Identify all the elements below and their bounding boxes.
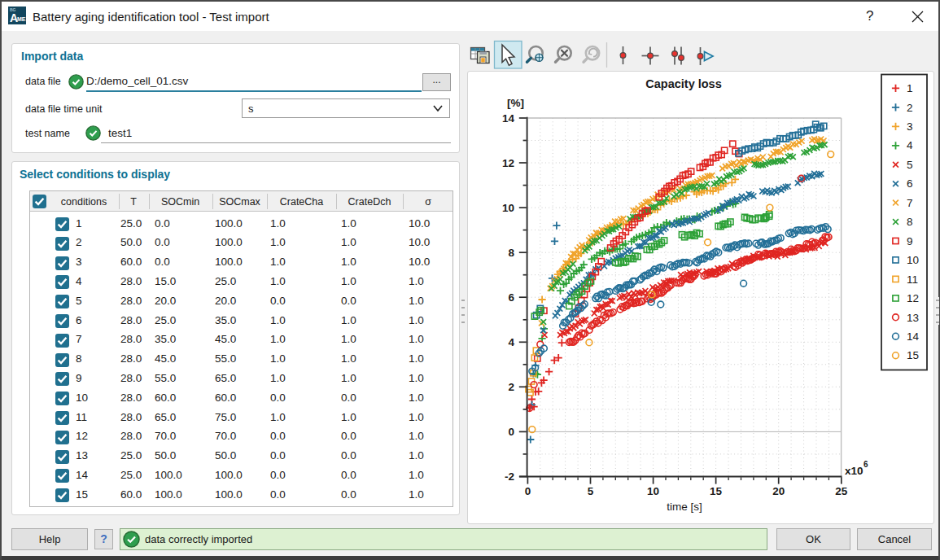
svg-text:13: 13 <box>907 312 919 324</box>
svg-text:[%]: [%] <box>507 97 524 109</box>
svg-text:4: 4 <box>907 139 913 151</box>
svg-text:12: 12 <box>907 292 919 304</box>
svg-text:6: 6 <box>508 291 514 304</box>
svg-text:15: 15 <box>710 485 723 497</box>
svg-text:6: 6 <box>863 460 868 469</box>
svg-text:time [s]: time [s] <box>667 501 702 513</box>
svg-text:Capacity loss: Capacity loss <box>645 77 722 90</box>
svg-text:15: 15 <box>907 349 919 361</box>
svg-text:2: 2 <box>907 102 913 114</box>
svg-text:20: 20 <box>772 485 785 497</box>
svg-text:10: 10 <box>907 254 919 266</box>
svg-text:8: 8 <box>508 247 514 259</box>
svg-text:x10: x10 <box>845 465 863 477</box>
svg-text:14: 14 <box>907 330 920 343</box>
svg-text:10: 10 <box>502 202 514 214</box>
svg-text:12: 12 <box>502 157 514 169</box>
svg-text:5: 5 <box>907 159 913 171</box>
svg-text:3: 3 <box>907 120 913 133</box>
svg-text:-2: -2 <box>505 470 514 483</box>
svg-text:14: 14 <box>502 112 515 125</box>
svg-text:8: 8 <box>907 216 913 228</box>
svg-text:6: 6 <box>907 177 913 190</box>
svg-text:4: 4 <box>508 336 514 348</box>
svg-text:9: 9 <box>907 235 913 247</box>
svg-text:5: 5 <box>588 485 594 497</box>
svg-text:10: 10 <box>647 485 659 497</box>
svg-text:1: 1 <box>907 82 913 94</box>
svg-text:11: 11 <box>907 273 918 286</box>
svg-text:25: 25 <box>835 485 848 497</box>
svg-text:0: 0 <box>525 485 531 497</box>
svg-text:0: 0 <box>508 426 514 438</box>
svg-text:2: 2 <box>508 381 514 393</box>
svg-text:7: 7 <box>907 197 913 209</box>
